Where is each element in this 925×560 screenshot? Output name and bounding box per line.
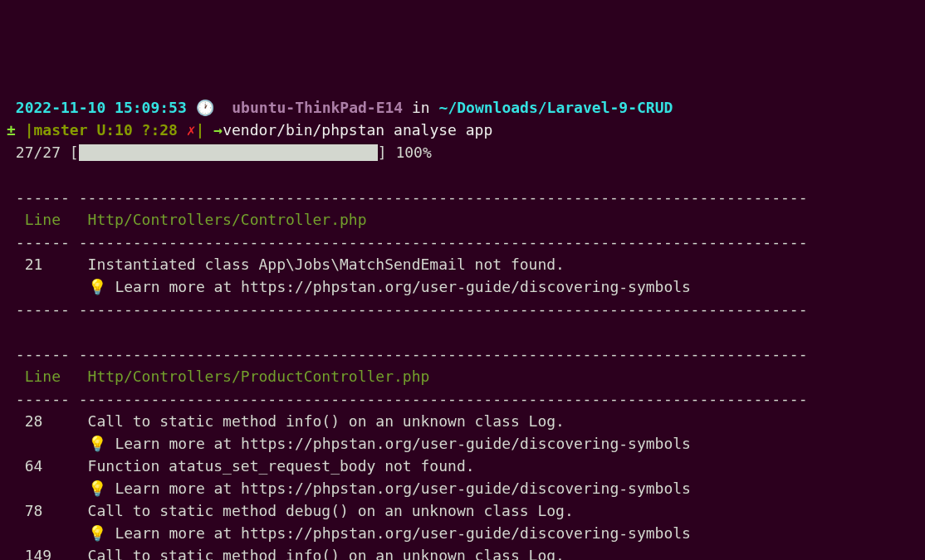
prompt-line-1: 2022-11-10 15:09:53 🕐 ubuntu-ThinkPad-E1…: [7, 99, 673, 116]
learn-more-text: 💡 Learn more at https://phpstan.org/user…: [88, 524, 691, 542]
error-message: Call to static method debug() on an unkn…: [88, 502, 574, 519]
in-text: in: [412, 99, 430, 116]
file-header: Http/Controllers/ProductController.php: [88, 368, 430, 385]
table-divider: ------ ---------------------------------…: [7, 233, 816, 251]
command-text: vendor/bin/phpstan analyse app: [223, 121, 492, 139]
cwd-path: ~/Downloads/Laravel-9-CRUD: [439, 99, 673, 116]
hostname: ubuntu-ThinkPad-E14: [232, 99, 403, 116]
table-divider: ------ ---------------------------------…: [7, 345, 816, 363]
line-col-header: Line: [25, 211, 61, 228]
line-number: 78: [25, 502, 43, 519]
error-row: 64 Function atatus_set_request_body not …: [7, 457, 475, 475]
git-branch: |master U:10 ?:28: [25, 121, 178, 139]
git-pipe: |: [196, 121, 205, 139]
learn-more-row: 💡 Learn more at https://phpstan.org/user…: [7, 480, 691, 497]
progress-bar: [79, 144, 378, 161]
terminal-output[interactable]: 2022-11-10 15:09:53 🕐 ubuntu-ThinkPad-E1…: [7, 96, 918, 560]
error-message: Function atatus_set_request_body not fou…: [88, 457, 475, 475]
git-prefix: ±: [7, 121, 16, 139]
line-col-header: Line: [25, 368, 61, 385]
line-number: 21: [25, 256, 43, 273]
learn-more-row: 💡 Learn more at https://phpstan.org/user…: [7, 524, 691, 542]
table-header-row: Line Http/Controllers/ProductController.…: [7, 368, 429, 385]
learn-more-row: 💡 Learn more at https://phpstan.org/user…: [7, 435, 691, 452]
line-number: 28: [25, 412, 43, 430]
learn-more-text: 💡 Learn more at https://phpstan.org/user…: [88, 480, 691, 497]
progress-percent: 100%: [395, 144, 431, 161]
learn-more-text: 💡 Learn more at https://phpstan.org/user…: [88, 278, 691, 295]
clock-icon: 🕐: [196, 99, 214, 116]
error-row: 28 Call to static method info() on an un…: [7, 412, 565, 430]
datetime: 2022-11-10 15:09:53: [16, 99, 187, 116]
table-header-row: Line Http/Controllers/Controller.php: [7, 211, 367, 228]
error-row: 21 Instantiated class App\Jobs\MatchSend…: [7, 256, 565, 273]
error-message: Call to static method info() on an unkno…: [88, 412, 565, 430]
progress-line: 27/27 [] 100%: [7, 144, 432, 161]
line-number: 64: [25, 457, 43, 475]
error-row: 78 Call to static method debug() on an u…: [7, 502, 574, 519]
x-icon: ✗: [187, 121, 196, 139]
learn-more-row: 💡 Learn more at https://phpstan.org/user…: [7, 278, 691, 295]
prompt-line-2: ± |master U:10 ?:28 ✗| →vendor/bin/phpst…: [7, 121, 492, 139]
learn-more-text: 💡 Learn more at https://phpstan.org/user…: [88, 435, 691, 452]
error-message: Call to static method info() on an unkno…: [88, 547, 565, 560]
file-header: Http/Controllers/Controller.php: [88, 211, 367, 228]
progress-count: 27/27: [16, 144, 61, 161]
table-divider: ------ ---------------------------------…: [7, 390, 816, 407]
line-number: 149: [25, 547, 52, 560]
error-message: Instantiated class App\Jobs\MatchSendEma…: [88, 256, 565, 273]
error-row: 149 Call to static method info() on an u…: [7, 547, 565, 560]
table-divider: ------ ---------------------------------…: [7, 188, 816, 206]
table-divider: ------ ---------------------------------…: [7, 300, 816, 318]
arrow-icon: →: [213, 121, 223, 139]
